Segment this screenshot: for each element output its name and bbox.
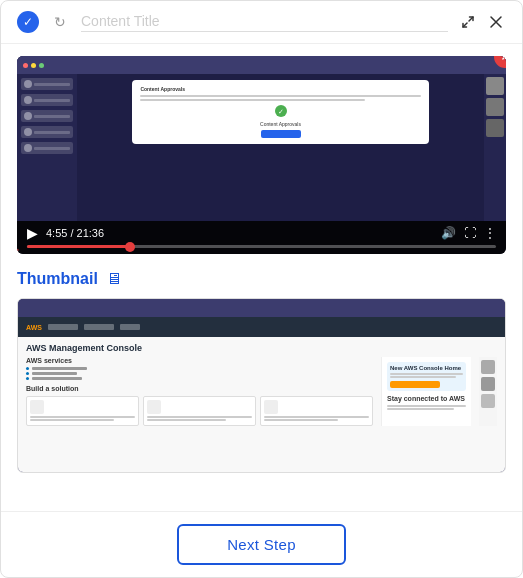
fake-main-content: Content Approvals ✓ Content Approvals <box>77 74 484 221</box>
aws-right: New AWS Console Home Stay connected to A… <box>381 357 471 426</box>
aws-nav-item <box>120 324 140 330</box>
aws-logo: AWS <box>26 324 42 331</box>
fake-modal-subtitle: Content Approvals <box>140 121 420 127</box>
fake-sidebar <box>17 74 77 221</box>
aws-list-dot <box>26 372 29 375</box>
aws-right-text <box>387 405 466 407</box>
progress-bar[interactable] <box>27 245 496 248</box>
fake-browser-bar <box>17 56 506 74</box>
next-step-button[interactable]: Next Step <box>177 524 346 565</box>
aws-browser-bar <box>18 299 505 317</box>
fake-sidebar-item <box>21 94 73 106</box>
aws-nav: AWS <box>18 317 505 337</box>
aws-card-grid <box>26 396 373 426</box>
aws-right-section: Stay connected to AWS <box>387 395 466 410</box>
aws-heading: AWS Management Console <box>26 343 497 353</box>
progress-bar-wrapper[interactable] <box>17 245 506 254</box>
aws-promo: New AWS Console Home <box>387 362 466 391</box>
footer: Next Step <box>1 511 522 577</box>
aws-right-avatar <box>481 394 495 408</box>
aws-column-left: AWS services <box>26 357 373 426</box>
fake-sidebar-avatar <box>24 80 32 88</box>
aws-list-text <box>32 367 87 370</box>
build-solution: Build a solution <box>26 385 373 426</box>
video-screenshot: Content Approvals ✓ Content Approvals <box>17 56 506 221</box>
aws-list-item <box>26 367 373 370</box>
play-button[interactable]: ▶ <box>27 225 38 241</box>
aws-nav-item <box>84 324 114 330</box>
fake-modal: Content Approvals ✓ Content Approvals <box>132 80 428 144</box>
fake-sidebar-item <box>21 110 73 122</box>
fake-modal-check-inner: ✓ <box>278 108 284 115</box>
progress-dot <box>125 242 135 252</box>
fake-modal-text <box>140 95 420 97</box>
aws-card <box>260 396 373 426</box>
fake-sidebar-avatar <box>24 144 32 152</box>
aws-columns: AWS services <box>26 357 497 426</box>
aws-list-dot <box>26 377 29 380</box>
browser-dot-yellow <box>32 306 37 311</box>
aws-list-item <box>26 377 373 380</box>
aws-left: AWS Management Console AWS services <box>18 337 505 472</box>
aws-promo-btn <box>390 381 440 388</box>
progress-fill <box>27 245 130 248</box>
fake-sidebar-item <box>21 126 73 138</box>
thumbnail-section: Thumbnail 🖥 AWS <box>17 270 506 473</box>
fake-modal-check: ✓ <box>275 105 287 117</box>
aws-card-text <box>264 419 338 421</box>
aws-card-text <box>147 419 226 421</box>
aws-card-text <box>147 416 252 418</box>
aws-list-text <box>32 377 82 380</box>
check-icon: ✓ <box>17 11 39 33</box>
fake-sidebar-text <box>34 115 70 118</box>
main-container: ✓ ↻ Content Title <box>0 0 523 578</box>
fake-modal-btn <box>261 130 301 138</box>
fullscreen-icon[interactable]: ⛶ <box>464 226 476 240</box>
fake-right-panel <box>484 74 506 221</box>
content-title: Content Title <box>81 13 448 32</box>
aws-promo-text <box>390 373 463 375</box>
thumbnail-image: AWS AWS Management Console AWS services <box>17 298 506 473</box>
monitor-icon: 🖥 <box>106 270 122 288</box>
time-display: 4:55 / 21:36 <box>46 227 104 239</box>
thumbnail-label-text: Thumbnail <box>17 270 98 288</box>
fake-sidebar-text <box>34 131 70 134</box>
fake-avatar-thumb <box>486 77 504 95</box>
aws-list-text <box>32 372 77 375</box>
browser-dot-green <box>39 63 44 68</box>
aws-card-text <box>264 416 369 418</box>
aws-card <box>143 396 256 426</box>
scroll-area: × <box>1 44 522 511</box>
video-wrapper: × <box>17 56 506 254</box>
volume-icon[interactable]: 🔊 <box>441 226 456 240</box>
aws-body: AWS Management Console AWS services <box>18 337 505 472</box>
arrow-head <box>17 246 19 254</box>
aws-nav-item <box>48 324 78 330</box>
fake-sidebar-item <box>21 142 73 154</box>
aws-list-item <box>26 372 373 375</box>
aws-promo-title: New AWS Console Home <box>390 365 463 371</box>
fake-modal-title: Content Approvals <box>140 86 420 92</box>
expand-icon[interactable] <box>458 12 478 32</box>
close-icon[interactable] <box>486 12 506 32</box>
aws-card-text <box>30 419 114 421</box>
fake-modal-text <box>140 99 364 101</box>
refresh-icon[interactable]: ↻ <box>49 11 71 33</box>
fake-browser-content: Content Approvals ✓ Content Approvals <box>17 74 506 221</box>
progress-arrow <box>17 246 19 254</box>
browser-dot-red <box>23 63 28 68</box>
aws-right-title: Stay connected to AWS <box>387 395 466 402</box>
aws-card <box>26 396 139 426</box>
fake-sidebar-item <box>21 78 73 90</box>
video-container[interactable]: × <box>17 56 506 254</box>
browser-dot-yellow <box>31 63 36 68</box>
aws-card-icon <box>147 400 161 414</box>
aws-card-icon <box>30 400 44 414</box>
aws-card-icon <box>264 400 278 414</box>
more-options-icon[interactable]: ⋮ <box>484 226 496 240</box>
browser-dot-green <box>40 306 45 311</box>
build-solution-title: Build a solution <box>26 385 373 392</box>
aws-right-avatar <box>481 360 495 374</box>
fake-sidebar-avatar <box>24 128 32 136</box>
fake-sidebar-avatar <box>24 96 32 104</box>
